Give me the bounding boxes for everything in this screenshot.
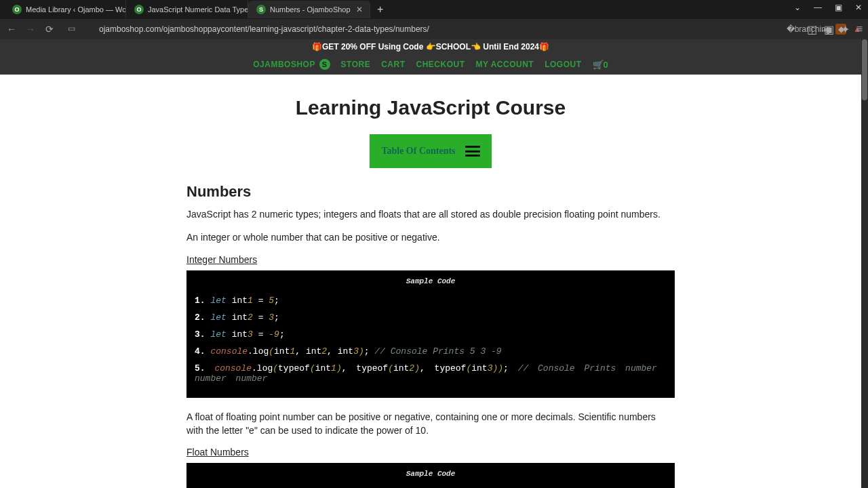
menu-icon[interactable]: ≡ <box>856 23 863 36</box>
maximize-button[interactable]: ▣ <box>831 3 845 12</box>
code-line: 1. let float1 = 5.0; <box>195 485 667 488</box>
sub-float-heading: Float Numbers <box>186 447 675 458</box>
page-viewport: 🎁GET 20% OFF Using Code 👉SCHOOL👈 Until E… <box>0 39 861 488</box>
sub-integer-heading: Integer Numbers <box>186 254 675 265</box>
nav-brand-label: OJAMBOSHOP <box>253 60 315 69</box>
promo-text: 🎁GET 20% OFF Using Code 👉SCHOOL👈 Until E… <box>312 42 549 52</box>
cart-icon[interactable]: 🛒0 <box>593 60 608 70</box>
code-line: 4. console.log(int1, int2, int3); // Con… <box>195 343 667 360</box>
code-line: 3. let int3 = -9; <box>195 326 667 343</box>
new-tab-button[interactable]: + <box>370 3 390 16</box>
browser-tab[interactable]: O Media Library ‹ Ojambo — Wo <box>4 1 126 18</box>
forward-button[interactable]: → <box>24 23 37 35</box>
brand-logo-icon: S <box>319 59 330 70</box>
favicon-icon: O <box>12 5 22 14</box>
toc-label: Table Of Contents <box>381 146 455 157</box>
page-scrollbar-thumb[interactable] <box>862 39 867 100</box>
minimize-button[interactable]: — <box>811 3 825 12</box>
nav-store[interactable]: STORE <box>341 60 371 69</box>
browser-tab-strip: O Media Library ‹ Ojambo — Wo O JavaScri… <box>0 0 868 19</box>
tab-title: JavaScript Numeric Data Type <box>148 5 248 14</box>
intro-paragraph-2: An integer or whole number that can be p… <box>186 230 675 244</box>
close-tab-icon[interactable]: ✕ <box>356 5 363 14</box>
extensions-icon[interactable]: ▣ <box>824 23 834 36</box>
hamburger-icon <box>465 146 480 157</box>
browser-tab[interactable]: O JavaScript Numeric Data Type <box>126 1 248 18</box>
favicon-icon: O <box>134 5 144 14</box>
cart-count: 0 <box>604 60 608 70</box>
code-title: Sample Code <box>195 467 667 485</box>
site-top-nav: OJAMBOSHOP S STORE CART CHECKOUT MY ACCO… <box>0 54 861 75</box>
page-info-icon[interactable]: ▭ <box>68 24 79 35</box>
intro-paragraph-1: JavaScript has 2 numeric types; integers… <box>186 207 675 221</box>
tab-title: Numbers - OjamboShop <box>270 5 351 14</box>
code-line: 1. let int1 = 5; <box>195 292 667 309</box>
chevron-down-icon[interactable]: ⌄ <box>791 3 804 12</box>
back-button[interactable]: ← <box>5 23 18 35</box>
toc-button[interactable]: Table Of Contents <box>370 134 492 168</box>
nav-account[interactable]: MY ACCOUNT <box>476 60 534 69</box>
reload-button[interactable]: ⟳ <box>43 23 56 35</box>
browser-nav-bar: ← → ⟳ ▭ ojamboshop.com/ojamboshoppaycont… <box>0 19 868 39</box>
tools-icon[interactable]: ✦ <box>841 23 850 36</box>
code-line: 2. let int2 = 3; <box>195 309 667 326</box>
url-text: ojamboshop.com/ojamboshoppaycontent/lear… <box>99 24 429 34</box>
section-heading: Numbers <box>186 183 675 201</box>
nav-cart[interactable]: CART <box>381 60 405 69</box>
float-paragraph: A float of floating point number can be … <box>186 410 675 438</box>
address-bar[interactable]: ▭ ojamboshop.com/ojamboshoppaycontent/le… <box>62 24 796 35</box>
nav-checkout[interactable]: CHECKOUT <box>416 60 465 69</box>
page-content: Learning JavaScript Course Table Of Cont… <box>0 75 861 488</box>
browser-tab-active[interactable]: S Numbers - OjamboShop ✕ <box>248 1 370 18</box>
page-scrollbar-track[interactable] <box>861 39 868 488</box>
favicon-icon: S <box>256 5 266 14</box>
code-block-float: Sample Code 1. let float1 = 5.0; 2. let … <box>186 463 675 488</box>
code-block-integer: Sample Code 1. let int1 = 5; 2. let int2… <box>186 270 675 398</box>
nav-logout[interactable]: LOGOUT <box>545 60 581 69</box>
nav-brand[interactable]: OJAMBOSHOP S <box>253 59 330 70</box>
tab-title: Media Library ‹ Ojambo — Wo <box>26 5 126 14</box>
code-title: Sample Code <box>195 274 667 292</box>
promo-banner: 🎁GET 20% OFF Using Code 👉SCHOOL👈 Until E… <box>0 39 861 54</box>
sidebar-icon[interactable]: ◫ <box>807 23 817 36</box>
course-title: Learning JavaScript Course <box>0 96 861 119</box>
code-line: 5. console.log(typeof(int1), typeof(int2… <box>195 360 667 387</box>
close-window-button[interactable]: ✕ <box>852 3 865 12</box>
